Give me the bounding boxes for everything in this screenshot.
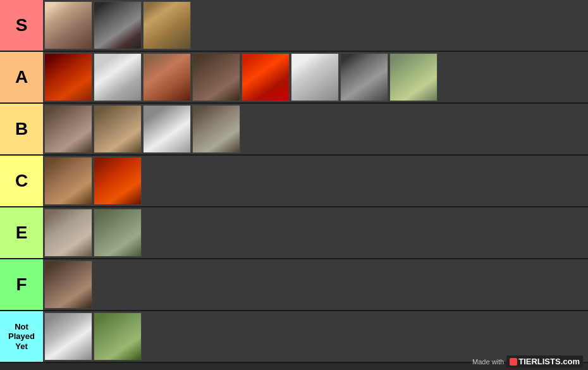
character-the-shape[interactable] bbox=[94, 1, 142, 49]
character-plague-a[interactable] bbox=[44, 53, 92, 101]
character-ghost-face[interactable] bbox=[291, 53, 339, 101]
character-unknown-2[interactable] bbox=[94, 312, 142, 361]
tier-label-a: A bbox=[0, 52, 43, 102]
tier-list-container: S A B bbox=[0, 0, 588, 370]
character-pyramid-head-s[interactable] bbox=[143, 1, 191, 49]
tier-label-not-played: Not Played Yet bbox=[0, 311, 43, 362]
tier-row-a: A bbox=[0, 52, 588, 104]
character-shape-a[interactable] bbox=[94, 53, 142, 101]
tier-content-b bbox=[43, 104, 588, 154]
tier-row-f: F bbox=[0, 259, 588, 311]
watermark-logo-box: TIERLISTS.com bbox=[506, 355, 583, 367]
tier-content-c bbox=[43, 156, 588, 206]
tier-content-f bbox=[43, 259, 588, 310]
character-spirit[interactable] bbox=[94, 157, 142, 205]
tier-label-e: E bbox=[0, 207, 43, 258]
character-deathslinger[interactable] bbox=[340, 53, 388, 101]
tier-content-a bbox=[43, 52, 588, 102]
character-hag[interactable] bbox=[44, 157, 92, 205]
watermark: Made with TIERLISTS.com bbox=[472, 355, 583, 367]
character-blight[interactable] bbox=[389, 53, 438, 101]
character-wraith[interactable] bbox=[44, 105, 92, 153]
tier-label-c: C bbox=[0, 156, 43, 206]
tier-label-f: F bbox=[0, 259, 43, 310]
character-nurse[interactable] bbox=[143, 105, 191, 153]
character-demogorgon[interactable] bbox=[94, 209, 142, 257]
character-cannibal[interactable] bbox=[242, 53, 290, 101]
tier-row-b: B bbox=[0, 104, 588, 156]
tier-content-s bbox=[43, 0, 588, 51]
watermark-brand: TIERLISTS.com bbox=[518, 357, 580, 366]
tier-row-e: E bbox=[0, 207, 588, 259]
tier-label-b: B bbox=[0, 104, 43, 154]
character-the-plague-s[interactable] bbox=[44, 1, 92, 49]
watermark-icon bbox=[510, 358, 517, 366]
character-unknown-1[interactable] bbox=[44, 312, 92, 361]
character-hillbilly[interactable] bbox=[94, 105, 142, 153]
tier-row-c: C bbox=[0, 156, 588, 207]
character-trapper[interactable] bbox=[192, 105, 240, 153]
character-pyramid-head-a[interactable] bbox=[143, 53, 191, 101]
tier-list: S A B bbox=[0, 0, 588, 363]
character-trickster[interactable] bbox=[44, 261, 92, 309]
tier-content-not-played bbox=[43, 311, 588, 362]
tier-row-s: S bbox=[0, 0, 588, 52]
tier-content-e bbox=[43, 207, 588, 258]
tier-label-s: S bbox=[0, 0, 43, 51]
character-huntress[interactable] bbox=[192, 53, 240, 101]
watermark-made-with: Made with bbox=[472, 358, 504, 366]
character-doctor[interactable] bbox=[44, 209, 92, 257]
